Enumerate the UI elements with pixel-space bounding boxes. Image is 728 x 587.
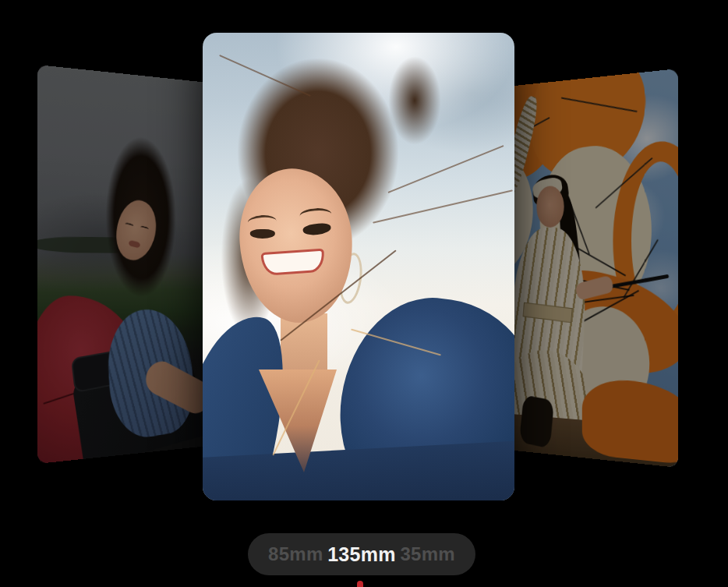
- eye-shape: [302, 222, 331, 236]
- smile-shape: [260, 249, 324, 276]
- focal-option-85mm[interactable]: 85mm: [268, 543, 323, 565]
- eye-shape: [250, 229, 275, 239]
- focal-length-selector: 85mm 135mm 35mm: [248, 533, 475, 575]
- camera-lens-gallery-screen: 85mm 135mm 35mm: [0, 0, 728, 587]
- woman-hair-shape: [377, 37, 452, 164]
- page-indicator-dot: [357, 581, 363, 587]
- eyebrow-shape: [299, 207, 331, 224]
- focal-option-35mm[interactable]: 35mm: [400, 543, 455, 565]
- eyebrow-shape: [247, 214, 277, 230]
- focal-option-135mm[interactable]: 135mm: [327, 543, 396, 566]
- carousel-card-active[interactable]: [203, 33, 514, 500]
